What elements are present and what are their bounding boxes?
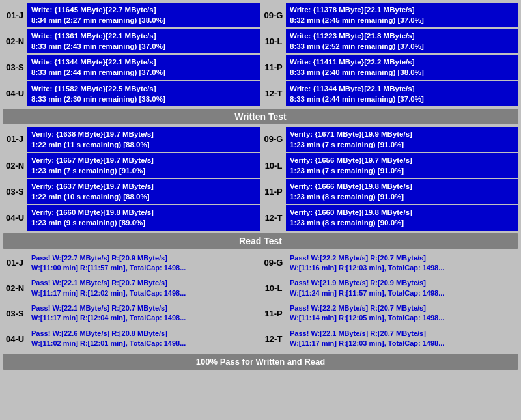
drive-line1: Verify: {1656 MByte}[19.7 MByte/s]	[290, 155, 514, 165]
drive-line2: 1:23 min (8 s remaining) [90.0%]	[290, 217, 514, 228]
written-test-header: Written Test	[3, 109, 518, 124]
drive-line2: W:[11:24 min] R:[11:57 min], TotalCap: 1…	[290, 288, 514, 298]
drive-line1: Write: {11378 MByte}[22.1 MByte/s]	[290, 5, 514, 15]
drive-line2: 8:33 min (2:44 min remaining) [37.0%]	[31, 67, 256, 77]
drive-line2: 8:33 min (2:43 min remaining) [37.0%]	[31, 41, 256, 51]
drive-line1: Pass! W:[22.2 MByte/s] R:[20.7 MByte/s]	[290, 303, 514, 313]
drive-label: 01-J	[3, 3, 27, 27]
drive-info: Verify: {1666 MByte}[19.8 MByte/s]1:23 m…	[286, 179, 518, 204]
drive-label: 03-S	[3, 55, 27, 79]
drive-line2: 8:33 min (2:52 min remaining) [37.0%]	[290, 41, 514, 51]
drive-label: 10-L	[261, 153, 286, 178]
drive-line1: Verify: {1637 MByte}[19.7 MByte/s]	[31, 181, 256, 191]
drive-line2: W:[11:17 min] R:[12:03 min], TotalCap: 1…	[290, 339, 514, 348]
drive-line1: Pass! W:[22.1 MByte/s] R:[20.7 MByte/s]	[290, 329, 514, 339]
drive-cell-04-U: 04-UPass! W:[22.6 MByte/s] R:[20.8 MByte…	[3, 327, 260, 351]
read-section: 01-JPass! W:[22.7 MByte/s] R:[20.9 MByte…	[3, 251, 518, 351]
drive-label: 04-U	[3, 327, 27, 351]
drive-info: Verify: {1660 MByte}[19.8 MByte/s]1:23 m…	[286, 205, 518, 230]
drive-line2: W:[11:17 min] R:[12:02 min], TotalCap: 1…	[31, 288, 256, 298]
drive-line2: 1:22 min (10 s remaining) [88.0%]	[31, 191, 256, 202]
drive-label: 03-S	[3, 179, 27, 204]
footer-status: 100% Pass for Written and Read	[3, 354, 518, 370]
drive-label: 12-T	[261, 327, 286, 351]
drive-info: Verify: {1671 MByte}[19.9 MByte/s]1:23 m…	[286, 127, 518, 152]
drive-info: Pass! W:[22.7 MByte/s] R:[20.9 MByte/s]W…	[27, 251, 260, 275]
drive-line1: Verify: {1660 MByte}[19.8 MByte/s]	[290, 207, 514, 217]
drive-info: Verify: {1656 MByte}[19.7 MByte/s]1:23 m…	[286, 153, 518, 178]
drive-cell-10-L: 10-LWrite: {11223 MByte}[21.8 MByte/s]8:…	[261, 29, 518, 53]
drive-label: 02-N	[3, 29, 27, 53]
drive-line2: W:[11:16 min] R:[12:03 min], TotalCap: 1…	[290, 263, 514, 273]
drive-label: 02-N	[3, 153, 27, 178]
drive-line1: Pass! W:[21.9 MByte/s] R:[20.9 MByte/s]	[290, 278, 514, 288]
drive-line1: Verify: {1660 MByte}[19.8 MByte/s]	[31, 207, 256, 217]
drive-line1: Verify: {1638 MByte}[19.7 MByte/s]	[31, 129, 256, 139]
drive-line2: 1:23 min (8 s remaining) [91.0%]	[290, 191, 514, 202]
drive-line1: Write: {11344 MByte}[22.1 MByte/s]	[290, 83, 514, 94]
drive-label: 11-P	[261, 301, 286, 326]
drive-line1: Pass! W:[22.2 MByte/s] R:[20.7 MByte/s]	[290, 253, 514, 263]
drive-cell-10-L: 10-LVerify: {1656 MByte}[19.7 MByte/s]1:…	[261, 153, 518, 178]
drive-info: Verify: {1637 MByte}[19.7 MByte/s]1:22 m…	[27, 179, 260, 204]
drive-cell-03-S: 03-SWrite: {11344 MByte}[22.1 MByte/s]8:…	[3, 55, 260, 79]
drive-label: 04-U	[3, 81, 27, 106]
drive-cell-04-U: 04-UWrite: {11582 MByte}[22.5 MByte/s]8:…	[3, 81, 260, 106]
drive-line1: Verify: {1666 MByte}[19.8 MByte/s]	[290, 181, 514, 191]
drive-cell-10-L: 10-LPass! W:[21.9 MByte/s] R:[20.9 MByte…	[261, 276, 518, 300]
drive-info: Pass! W:[22.6 MByte/s] R:[20.8 MByte/s]W…	[27, 327, 260, 351]
drive-cell-09-G: 09-GVerify: {1671 MByte}[19.9 MByte/s]1:…	[261, 127, 518, 152]
drive-line2: 1:23 min (7 s remaining) [91.0%]	[290, 165, 514, 176]
drive-line1: Verify: {1657 MByte}[19.7 MByte/s]	[31, 155, 256, 165]
drive-label: 03-S	[3, 301, 27, 326]
drive-cell-12-T: 12-TVerify: {1660 MByte}[19.8 MByte/s]1:…	[261, 205, 518, 230]
drive-cell-03-S: 03-SPass! W:[22.1 MByte/s] R:[20.7 MByte…	[3, 301, 260, 326]
drive-label: 09-G	[261, 251, 286, 275]
drive-cell-01-J: 01-JPass! W:[22.7 MByte/s] R:[20.9 MByte…	[3, 251, 260, 275]
drive-cell-11-P: 11-PWrite: {11411 MByte}[22.2 MByte/s]8:…	[261, 55, 518, 79]
drive-label: 01-J	[3, 251, 27, 275]
drive-cell-11-P: 11-PVerify: {1666 MByte}[19.8 MByte/s]1:…	[261, 179, 518, 204]
drive-line2: 8:34 min (2:27 min remaining) [38.0%]	[31, 15, 256, 25]
drive-label: 09-G	[261, 3, 286, 27]
drive-info: Write: {11361 MByte}[22.1 MByte/s]8:33 m…	[27, 29, 260, 53]
drive-cell-03-S: 03-SVerify: {1637 MByte}[19.7 MByte/s]1:…	[3, 179, 260, 204]
drive-cell-01-J: 01-JWrite: {11645 MByte}[22.7 MByte/s]8:…	[3, 3, 260, 27]
drive-cell-12-T: 12-TWrite: {11344 MByte}[22.1 MByte/s]8:…	[261, 81, 518, 106]
drive-line2: 1:23 min (9 s remaining) [89.0%]	[31, 217, 256, 228]
drive-info: Write: {11344 MByte}[22.1 MByte/s]8:33 m…	[286, 81, 518, 106]
drive-line1: Write: {11411 MByte}[22.2 MByte/s]	[290, 57, 514, 67]
drive-line1: Pass! W:[22.7 MByte/s] R:[20.9 MByte/s]	[31, 253, 256, 263]
drive-label: 01-J	[3, 127, 27, 152]
drive-info: Verify: {1638 MByte}[19.7 MByte/s]1:22 m…	[27, 127, 260, 152]
drive-line1: Pass! W:[22.1 MByte/s] R:[20.7 MByte/s]	[31, 278, 256, 288]
verify-section: 01-JVerify: {1638 MByte}[19.7 MByte/s]1:…	[3, 127, 518, 231]
drive-line2: 8:33 min (2:40 min remaining) [38.0%]	[290, 67, 514, 77]
drive-line2: 8:33 min (2:44 min remaining) [37.0%]	[290, 94, 514, 104]
drive-cell-04-U: 04-UVerify: {1660 MByte}[19.8 MByte/s]1:…	[3, 205, 260, 230]
drive-cell-02-N: 02-NWrite: {11361 MByte}[22.1 MByte/s]8:…	[3, 29, 260, 53]
drive-cell-11-P: 11-PPass! W:[22.2 MByte/s] R:[20.7 MByte…	[261, 301, 518, 326]
write-section: 01-JWrite: {11645 MByte}[22.7 MByte/s]8:…	[3, 3, 518, 106]
drive-info: Write: {11378 MByte}[22.1 MByte/s]8:32 m…	[286, 3, 518, 27]
drive-line1: Pass! W:[22.1 MByte/s] R:[20.7 MByte/s]	[31, 303, 256, 313]
drive-info: Pass! W:[22.1 MByte/s] R:[20.7 MByte/s]W…	[27, 276, 260, 300]
drive-line2: W:[11:02 min] R:[12:01 min], TotalCap: 1…	[31, 339, 256, 348]
drive-line2: W:[11:17 min] R:[12:04 min], TotalCap: 1…	[31, 313, 256, 323]
read-test-header: Read Test	[3, 233, 518, 249]
drive-cell-02-N: 02-NPass! W:[22.1 MByte/s] R:[20.7 MByte…	[3, 276, 260, 300]
drive-label: 09-G	[261, 127, 286, 152]
drive-label: 12-T	[261, 81, 286, 106]
drive-info: Write: {11223 MByte}[21.8 MByte/s]8:33 m…	[286, 29, 518, 53]
drive-cell-12-T: 12-TPass! W:[22.1 MByte/s] R:[20.7 MByte…	[261, 327, 518, 351]
drive-line2: 1:23 min (7 s remaining) [91.0%]	[31, 165, 256, 176]
drive-info: Verify: {1657 MByte}[19.7 MByte/s]1:23 m…	[27, 153, 260, 178]
drive-label: 10-L	[261, 276, 286, 300]
write-grid: 01-JWrite: {11645 MByte}[22.7 MByte/s]8:…	[3, 3, 518, 106]
drive-info: Verify: {1660 MByte}[19.8 MByte/s]1:23 m…	[27, 205, 260, 230]
drive-line1: Write: {11645 MByte}[22.7 MByte/s]	[31, 5, 256, 15]
drive-cell-09-G: 09-GPass! W:[22.2 MByte/s] R:[20.7 MByte…	[261, 251, 518, 275]
drive-info: Pass! W:[22.1 MByte/s] R:[20.7 MByte/s]W…	[27, 301, 260, 326]
drive-cell-01-J: 01-JVerify: {1638 MByte}[19.7 MByte/s]1:…	[3, 127, 260, 152]
drive-line1: Write: {11582 MByte}[22.5 MByte/s]	[31, 83, 256, 94]
